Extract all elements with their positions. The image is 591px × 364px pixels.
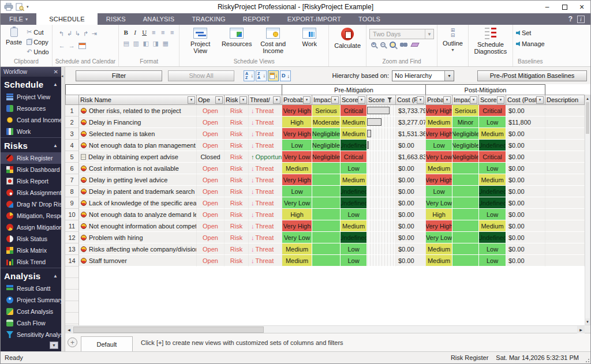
cell-format-icon[interactable]: ▦ (161, 40, 170, 47)
cell-score-histogram[interactable] (367, 117, 396, 128)
cell-open-closed[interactable]: Open (197, 105, 225, 117)
column-filter-dropdown-icon[interactable]: ▾ (443, 96, 451, 104)
column-right-icon[interactable]: ◨ (151, 40, 160, 47)
cell-pre-probability[interactable]: High (282, 209, 312, 220)
cell-risk-name[interactable]: Delay in Financing (79, 117, 197, 128)
column-filter-dropdown-icon[interactable]: ▾ (470, 96, 477, 104)
cell-description[interactable] (545, 186, 585, 197)
zoom-select-icon[interactable] (390, 42, 396, 48)
cell-pre-cost[interactable]: $0.00 (396, 255, 426, 267)
filter-button[interactable]: Filter (76, 70, 162, 81)
cell-post-impact[interactable] (452, 197, 479, 209)
sidebar-splitter[interactable]: ◂ (61, 67, 65, 351)
cell-post-score[interactable]: Medium (479, 220, 506, 232)
cell-risk-issue[interactable]: Risk (225, 105, 249, 117)
sidebar-item-work[interactable]: Work (1, 126, 61, 137)
cell-post-impact[interactable]: Minor (452, 117, 479, 128)
cell-risk-name[interactable]: Lack of knowledge of the specific area (79, 197, 197, 209)
column-filter-dropdown-icon[interactable]: ▾ (188, 96, 195, 104)
vertical-scrollbar[interactable]: ▲ ▼ (585, 95, 590, 325)
cell-risk-name[interactable]: Delay in obtaining expert advise (79, 151, 197, 163)
cell-post-impact[interactable] (452, 220, 479, 232)
cell-post-probability[interactable]: Very Low (426, 151, 452, 163)
column-header-qimp[interactable]: Impact (▾ (452, 95, 479, 105)
cell-pre-cost[interactable]: $0.00 (396, 220, 426, 232)
section-collapse-icon[interactable]: ▲ (53, 143, 58, 148)
column-header-desc[interactable]: Description (545, 95, 585, 105)
cell-post-score[interactable]: Critical (479, 151, 506, 163)
cell-pre-score[interactable]: Medium (341, 220, 367, 232)
column-filter-dropdown-icon[interactable]: ▾ (215, 96, 223, 104)
resize-grip[interactable] (584, 357, 590, 363)
cell-score-histogram[interactable] (367, 255, 396, 267)
cell-post-score[interactable]: Low (479, 117, 506, 128)
cell-threat-opportunity[interactable]: ↓Threat (249, 163, 282, 174)
cell-score-histogram[interactable] (367, 197, 396, 209)
cell-pre-cost[interactable]: $0.00 (396, 163, 426, 174)
cell-threat-opportunity[interactable]: ↓Threat (249, 255, 282, 267)
cell-post-cost[interactable]: $0.00 (506, 220, 545, 232)
cell-risk-name[interactable]: Not enough data to analyze demand level (79, 209, 197, 220)
cell-pre-probability[interactable]: Low (282, 186, 312, 197)
cell-description[interactable] (545, 151, 585, 163)
sort-by-column-button[interactable]: ↓ (268, 70, 279, 81)
calendar-icon[interactable] (78, 43, 86, 49)
cell-pre-cost[interactable]: $1,663.83 (396, 151, 426, 163)
add-view-button[interactable]: + (68, 337, 77, 347)
menu-tab-export-import[interactable]: EXPORT-IMPORT (279, 13, 350, 25)
cell-open-closed[interactable]: Open (197, 209, 225, 220)
cell-post-cost[interactable]: $0.00 (506, 140, 545, 151)
cell-post-cost[interactable]: $0.00 (506, 174, 545, 186)
cell-post-score[interactable]: Medium (479, 174, 506, 186)
cell-risk-issue[interactable]: Risk (225, 243, 249, 255)
cell-pre-score[interactable]: Undefined (341, 186, 367, 197)
cell-description[interactable] (545, 117, 585, 128)
cell-pre-cost[interactable]: $0.00 (396, 243, 426, 255)
view-tab-default[interactable]: Default (81, 336, 133, 351)
cell-post-cost[interactable]: $0.00 (506, 186, 545, 197)
section-collapse-icon[interactable]: ▲ (53, 273, 58, 279)
align-left-icon[interactable]: ≡ (149, 29, 158, 36)
cell-open-closed[interactable]: Open (197, 232, 225, 243)
print-icon[interactable] (4, 3, 13, 11)
zoom-interval-dropdown[interactable]: Two Days ▼ (369, 29, 434, 39)
cell-post-score[interactable]: Undefined (479, 197, 506, 209)
move-left-icon[interactable]: ← (59, 42, 65, 49)
cell-threat-opportunity[interactable]: ↓Threat (249, 140, 282, 151)
cell-pre-score[interactable]: Low (341, 243, 367, 255)
menu-tab-tracking[interactable]: TRACKING (183, 13, 234, 25)
sidebar-item-risk-assignments[interactable]: Risk Assignments (1, 187, 61, 198)
cell-score-histogram[interactable] (367, 209, 396, 220)
scroll-right-icon[interactable]: ▶ (577, 326, 585, 333)
cell-pre-score[interactable]: Low (341, 255, 367, 267)
cell-post-cost[interactable]: $0.00 (506, 209, 545, 220)
column-filter-dropdown-icon[interactable]: ▾ (497, 96, 504, 104)
cell-post-score[interactable]: Low (479, 163, 506, 174)
sidebar-item-project-summary[interactable]: Project Summary (1, 294, 61, 306)
cell-risk-issue[interactable]: Risk (225, 140, 249, 151)
column-header-pcost[interactable]: Cost (Pre▾ (396, 95, 426, 105)
cell-pre-cost[interactable]: $0.00 (396, 174, 426, 186)
cell-row-number[interactable]: 10 (65, 209, 79, 220)
workflow-close-icon[interactable]: ✕ (54, 69, 58, 75)
menu-tab-tools[interactable]: TOOLS (350, 13, 389, 25)
cell-post-cost[interactable]: $11,800 (506, 117, 545, 128)
sidebar-item-resources[interactable]: Resources (1, 103, 61, 114)
underline-button[interactable]: U (140, 29, 148, 36)
cell-pre-score[interactable]: Medium (341, 128, 367, 140)
cell-post-cost[interactable]: $0.00 (506, 151, 545, 163)
cell-pre-probability[interactable]: Very Low (282, 197, 312, 209)
cell-row-number[interactable]: 8 (65, 186, 79, 197)
cell-post-probability[interactable]: Low (426, 186, 452, 197)
cell-threat-opportunity[interactable]: ↓Threat (249, 128, 282, 140)
cell-pre-impact[interactable] (312, 243, 341, 255)
sidebar-item-result-gantt[interactable]: Result Gantt (1, 283, 61, 294)
cell-post-impact[interactable] (452, 209, 479, 220)
cell-post-impact[interactable] (452, 174, 479, 186)
cell-pre-probability[interactable]: Very Low (282, 232, 312, 243)
menu-tab-report[interactable]: REPORT (234, 13, 279, 25)
cell-threat-opportunity[interactable]: ↓Threat (249, 186, 282, 197)
cell-post-score[interactable]: Low (479, 243, 506, 255)
scroll-up-icon[interactable]: ▲ (585, 95, 590, 102)
cell-open-closed[interactable]: Open (197, 174, 225, 186)
